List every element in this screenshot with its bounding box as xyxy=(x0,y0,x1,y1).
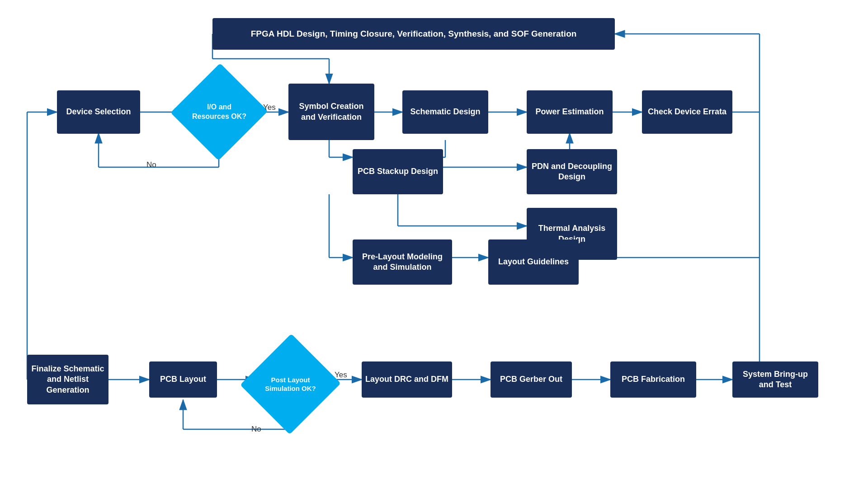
pre-layout-box: Pre-Layout Modeling and Simulation xyxy=(353,239,452,285)
system-bringup-box: System Bring-up and Test xyxy=(732,361,818,398)
device-selection-box: Device Selection xyxy=(57,90,140,134)
pcb-layout-box: PCB Layout xyxy=(149,361,217,398)
finalize-schematic-box: Finalize Schematic and Netlist Generatio… xyxy=(27,355,108,404)
fpga-hdl-box: FPGA HDL Design, Timing Closure, Verific… xyxy=(212,18,615,50)
io-resources-diamond: I/O and Resources OK? xyxy=(185,77,253,147)
pcb-gerber-box: PCB Gerber Out xyxy=(491,361,572,398)
no-label-2: No xyxy=(251,425,261,434)
no-label-1: No xyxy=(146,160,156,169)
layout-drc-box: Layout DRC and DFM xyxy=(362,361,452,398)
flowchart-diagram: FPGA HDL Design, Timing Closure, Verific… xyxy=(0,0,868,488)
pcb-fabrication-box: PCB Fabrication xyxy=(610,361,696,398)
layout-guidelines-box: Layout Guidelines xyxy=(488,239,579,285)
power-estimation-box: Power Estimation xyxy=(527,90,613,134)
yes-label-1: Yes xyxy=(263,103,276,112)
symbol-creation-box: Symbol Creation and Verification xyxy=(288,84,374,140)
post-layout-diamond: Post Layout Simulation OK? xyxy=(255,348,326,420)
schematic-design-box: Schematic Design xyxy=(402,90,488,134)
pcb-stackup-box: PCB Stackup Design xyxy=(353,149,443,194)
pdn-decoupling-box: PDN and Decoupling Design xyxy=(527,149,617,194)
yes-label-2: Yes xyxy=(335,371,347,380)
check-device-box: Check Device Errata xyxy=(642,90,732,134)
